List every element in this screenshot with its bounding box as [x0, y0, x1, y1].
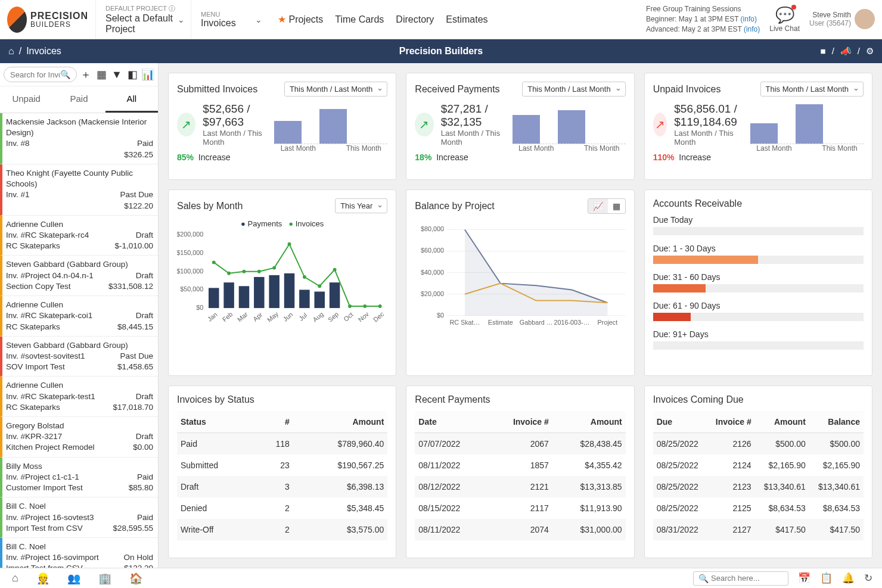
svg-text:Project: Project [598, 319, 618, 326]
bottom-search[interactable]: 🔍 [693, 571, 788, 586]
tab-unpaid[interactable]: Unpaid [0, 86, 52, 113]
trend-icon: ↗ [415, 113, 433, 136]
svg-text:$80,000: $80,000 [421, 225, 444, 232]
table-row[interactable]: Draft3$6,398.13 [177, 476, 387, 497]
svg-text:Dec: Dec [372, 310, 386, 323]
svg-point-24 [318, 284, 321, 288]
bottom-worker-icon[interactable]: 👷 [36, 572, 49, 585]
table-row[interactable]: Submitted23$190,567.25 [177, 455, 387, 476]
svg-point-19 [243, 270, 246, 273]
bottom-building-icon[interactable]: 🏢 [98, 572, 111, 585]
table-row[interactable]: 08/15/20222117$11,913.90 [415, 497, 625, 519]
invoice-item[interactable]: Steven Gabbard (Gabbard Group) Inv. #Pro… [0, 256, 158, 296]
table-row[interactable]: Write-Off2$3,575.00 [177, 519, 387, 540]
ar-row: Due: 61 - 90 Days [653, 301, 864, 321]
svg-point-26 [348, 304, 352, 308]
search-input[interactable] [10, 70, 60, 79]
svg-rect-5 [209, 288, 219, 308]
table-row[interactable]: 08/25/20222123$13,340.61$13,340.61 [653, 476, 864, 497]
bottom-house-icon[interactable]: 🏠 [129, 572, 142, 585]
chart-icon[interactable]: 📊 [141, 68, 154, 81]
invoice-item[interactable]: Adrienne Cullen Inv. #RC Skatepark-rc4Dr… [0, 216, 158, 256]
user-menu[interactable]: Steve Smith User (35647) [809, 9, 875, 29]
nav-timecards[interactable]: Time Cards [335, 14, 384, 25]
accounts-receivable-card: Accounts Receivable Due Today Due: 1 - 3… [644, 189, 872, 376]
training-advanced-link[interactable]: (info) [744, 25, 760, 33]
svg-point-28 [378, 304, 382, 308]
svg-point-22 [288, 242, 291, 246]
table-row[interactable]: 08/25/20222124$2,165.90$2,165.90 [653, 455, 864, 476]
kpi-dropdown[interactable]: This Month / Last Month [760, 82, 864, 97]
kpi-dropdown[interactable]: This Month / Last Month [522, 82, 625, 97]
svg-text:$20,000: $20,000 [421, 290, 444, 297]
svg-rect-10 [284, 273, 295, 308]
gear-icon[interactable]: ⚙ [866, 46, 874, 57]
refresh-icon[interactable]: ↻ [864, 572, 872, 584]
kpi-unpaid: Unpaid Invoices This Month / Last Month … [644, 73, 872, 180]
invoice-item[interactable]: Bill C. Noel Inv. #Project 16-sovtest3Pa… [0, 497, 158, 538]
tab-paid[interactable]: Paid [52, 86, 105, 113]
columns-icon[interactable]: ◧ [126, 68, 139, 81]
card-title: Invoices by Status [177, 394, 254, 405]
table-view-icon[interactable]: ▦ [608, 199, 625, 213]
invoice-item[interactable]: Gregory Bolstad Inv. #KPR-3217Draft Kitc… [0, 417, 158, 458]
svg-text:Apr: Apr [251, 310, 264, 322]
grid-icon[interactable]: ▦ [95, 68, 108, 81]
menu-selector[interactable]: MENU Invoices ⌄ [191, 0, 268, 39]
invoice-item[interactable]: Theo Knight (Fayette County Public Schoo… [0, 164, 158, 216]
filter-icon[interactable]: ▼ [110, 68, 123, 81]
svg-rect-7 [239, 286, 250, 308]
kpi-dropdown[interactable]: This Month / Last Month [284, 82, 387, 97]
nav-projects[interactable]: ★ Projects [278, 14, 323, 25]
bell-icon[interactable]: 🔔 [842, 572, 855, 584]
svg-point-25 [333, 268, 337, 272]
video-icon[interactable]: ■ [821, 46, 826, 57]
invoice-item[interactable]: Billy Moss Inv. #Project c1-c1-1Paid Cus… [0, 458, 158, 498]
ar-row: Due: 31 - 60 Days [653, 272, 864, 293]
invoice-item[interactable]: Adrienne Cullen Inv. #RC Skatepark-coi1D… [0, 296, 158, 337]
home-icon[interactable]: ⌂ [8, 46, 14, 57]
table-row[interactable]: Denied2$5,348.45 [177, 497, 387, 519]
table-row[interactable]: Paid118$789,960.40 [177, 433, 387, 455]
calendar-icon[interactable]: 📅 [798, 572, 810, 584]
table-row[interactable]: 07/07/20222067$28,438.45 [415, 433, 625, 455]
table-row[interactable]: 08/25/20222126$500.00$500.00 [653, 433, 864, 455]
svg-text:Jul: Jul [297, 312, 308, 322]
default-project-selector[interactable]: DEFAULT PROJECT ⓘ Select a Default Proje… [95, 0, 191, 39]
invoice-item[interactable]: Bill C. Noel Inv. #Project 16-sovimportO… [0, 538, 158, 568]
invoice-search[interactable]: 🔍 [4, 67, 77, 82]
live-chat[interactable]: 💬 Live Chat [769, 6, 800, 33]
bottom-bar: ⌂ 👷 👥 🏢 🏠 🔍 📅 📋 🔔 ↻ [0, 568, 882, 588]
svg-point-20 [257, 270, 261, 273]
invoice-item[interactable]: Adrienne Cullen Inv. #RC Skatepark-test1… [0, 377, 158, 417]
table-row[interactable]: 08/11/20221857$4,355.42 [415, 455, 625, 476]
sales-range-dropdown[interactable]: This Year [335, 198, 387, 213]
bottom-search-input[interactable] [711, 574, 783, 583]
svg-text:$60,000: $60,000 [421, 247, 444, 254]
chart-view-icon[interactable]: 📈 [588, 199, 608, 213]
bottom-people-icon[interactable]: 👥 [67, 572, 80, 585]
add-button[interactable]: ＋ [79, 68, 92, 81]
svg-rect-9 [269, 275, 279, 308]
invoice-item[interactable]: Mackensie Jackson (Mackensie Interior De… [0, 113, 158, 164]
table-row[interactable]: 08/31/20222127$417.50$417.50 [653, 519, 864, 540]
balance-view-toggle[interactable]: 📈 ▦ [588, 198, 626, 214]
tab-all[interactable]: All [105, 86, 158, 113]
clipboard-icon[interactable]: 📋 [820, 572, 833, 584]
balance-chart: $0$20,000$40,000$60,000$80,000RC Skat…Es… [415, 220, 625, 333]
table-row[interactable]: 08/25/20222125$8,634.53$8,634.53 [653, 497, 864, 519]
svg-text:Aug: Aug [311, 310, 324, 323]
announce-icon[interactable]: 📣 [840, 46, 852, 57]
svg-text:$200,000: $200,000 [177, 231, 203, 238]
nav-estimates[interactable]: Estimates [446, 14, 487, 25]
svg-text:2016-003-…: 2016-003-… [554, 319, 590, 326]
table-row[interactable]: 08/11/20222074$31,000.00 [415, 519, 625, 540]
training-beginner-link[interactable]: (info) [741, 15, 757, 23]
svg-text:Mar: Mar [236, 310, 249, 323]
chevron-down-icon: ⌄ [178, 15, 185, 24]
nav-directory[interactable]: Directory [396, 14, 434, 25]
invoice-list[interactable]: Mackensie Jackson (Mackensie Interior De… [0, 113, 158, 568]
table-row[interactable]: 08/12/20222121$13,313.85 [415, 476, 625, 497]
invoice-item[interactable]: Steven Gabbard (Gabbard Group) Inv. #sov… [0, 337, 158, 377]
bottom-home-icon[interactable]: ⌂ [12, 572, 18, 585]
